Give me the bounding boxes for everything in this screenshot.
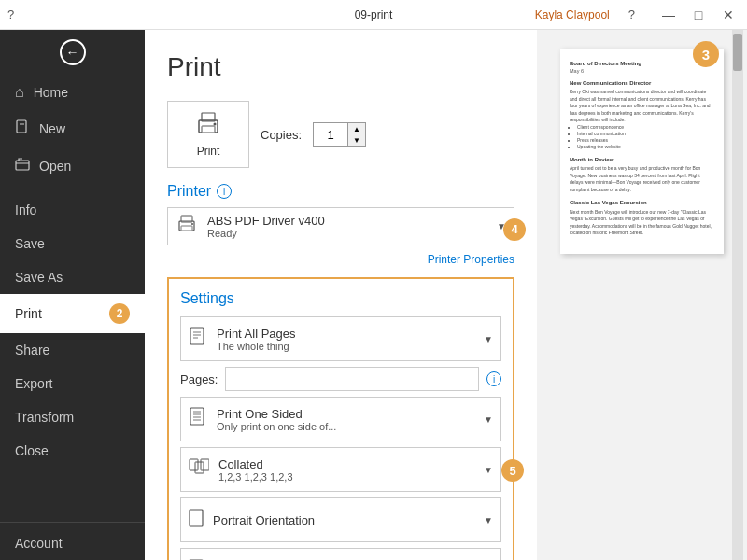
sidebar: ← ⌂ Home New Open Info Save Save As — [0, 30, 145, 560]
sidebar-item-open[interactable]: Open — [0, 147, 145, 185]
sidebar-bottom: Account — [0, 518, 145, 560]
sidebar-item-info-label: Info — [15, 203, 36, 217]
sidebar-item-save-as-label: Save As — [15, 270, 63, 285]
scroll-thumb — [733, 34, 742, 71]
back-button[interactable]: ← — [0, 30, 145, 75]
svg-rect-21 — [195, 462, 204, 473]
printer-properties-link[interactable]: Printer Properties — [167, 253, 514, 266]
printer-status: Ready — [207, 228, 497, 239]
preview-list-item: Client correspondence — [577, 124, 714, 131]
badge-4: 4 — [503, 218, 526, 241]
preview-section-1: New Communications Director Kerry Oki wa… — [570, 79, 714, 150]
print-one-sided-main: Print One Sided — [217, 407, 484, 421]
window-title: 09-print — [355, 8, 393, 21]
portrait-icon — [189, 509, 204, 532]
print-one-sided-text: Print One Sided Only print on one side o… — [217, 407, 484, 432]
preview-section1-title: New Communications Director — [570, 79, 714, 87]
app-body: ← ⌂ Home New Open Info Save Save As — [0, 30, 747, 560]
print-panel: Print Print Copies: — [145, 30, 537, 560]
preview-section1-list: Client correspondence Internal communica… — [577, 124, 714, 150]
settings-title: Settings — [180, 290, 501, 307]
print-all-pages-main: Print All Pages — [217, 327, 484, 341]
preview-section2-text: April turned out to be a very busy and p… — [570, 165, 714, 193]
page-title: Print — [167, 52, 514, 82]
preview-page: Board of Directors Meeting May 6 New Com… — [560, 49, 724, 254]
sidebar-item-close-label: Close — [15, 443, 49, 458]
preview-heading1: Board of Directors Meeting — [570, 60, 714, 67]
collated-dropdown[interactable]: Collated 1,2,3 1,2,3 1,2,3 ▼ — [180, 447, 501, 492]
printer-small-icon — [176, 215, 198, 238]
letter-dropdown[interactable]: Letter 8.5" x 11" ▼ — [180, 548, 501, 560]
user-name: Kayla Claypool — [535, 8, 610, 21]
sidebar-item-export[interactable]: Export — [0, 367, 145, 400]
print-one-sided-dropdown[interactable]: Print One Sided Only print on one side o… — [180, 397, 501, 441]
print-one-sided-icon — [189, 407, 207, 432]
collated-main: Collated — [218, 457, 484, 471]
content-area: Print Print Copies: — [145, 30, 747, 560]
help-button[interactable]: ? — [7, 7, 14, 21]
sidebar-item-share-label: Share — [15, 343, 49, 357]
svg-rect-8 — [181, 226, 192, 231]
copies-label: Copies: — [261, 128, 302, 142]
back-icon: ← — [60, 39, 86, 65]
printer-label-text: Printer — [167, 183, 211, 200]
copies-increment-button[interactable]: ▲ — [348, 123, 365, 134]
svg-rect-23 — [190, 510, 203, 526]
print-all-pages-arrow: ▼ — [484, 334, 493, 344]
sidebar-item-account[interactable]: Account — [0, 526, 145, 560]
print-all-pages-dropdown[interactable]: Print All Pages The whole thing ▼ — [180, 316, 501, 361]
print-button-label: Print — [197, 145, 220, 158]
printer-icon — [193, 111, 223, 141]
sidebar-item-transform-label: Transform — [15, 410, 74, 425]
copies-row: Print Copies: ▲ ▼ — [167, 101, 514, 168]
collated-icon — [189, 457, 209, 483]
restore-button[interactable]: □ — [687, 4, 710, 26]
printer-section-label: Printer i — [167, 183, 514, 200]
printer-dropdown[interactable]: ABS PDF Driver v400 Ready ▼ — [167, 207, 514, 245]
sidebar-item-save[interactable]: Save — [0, 227, 145, 260]
sidebar-item-account-label: Account — [15, 536, 63, 551]
preview-panel: 3 Board of Directors Meeting May 6 New C… — [537, 30, 747, 560]
badge-5: 5 — [501, 459, 524, 482]
pages-input[interactable] — [225, 367, 479, 391]
portrait-dropdown[interactable]: Portrait Orientation ▼ — [180, 497, 501, 542]
portrait-text: Portrait Orientation — [213, 513, 484, 527]
preview-scrollbar[interactable] — [732, 30, 743, 560]
title-bar: ? 09-print Kayla Claypool ? — □ ✕ — [0, 0, 747, 30]
home-icon: ⌂ — [15, 84, 24, 101]
sidebar-item-transform[interactable]: Transform — [0, 400, 145, 434]
portrait-arrow: ▼ — [484, 515, 493, 525]
sidebar-item-export-label: Export — [15, 376, 52, 391]
close-window-button[interactable]: ✕ — [717, 4, 740, 26]
sidebar-item-home[interactable]: ⌂ Home — [0, 75, 145, 110]
preview-section-2: Month in Review April turned out to be a… — [570, 156, 714, 193]
sidebar-item-share[interactable]: Share — [0, 333, 145, 367]
collated-arrow: ▼ — [484, 465, 493, 475]
sidebar-item-close[interactable]: Close — [0, 434, 145, 468]
sidebar-divider-1 — [0, 189, 145, 189]
help-icon[interactable]: ? — [628, 7, 635, 21]
sidebar-item-new-label: New — [39, 121, 65, 136]
sidebar-item-print[interactable]: Print 2 — [0, 294, 145, 333]
printer-info-icon[interactable]: i — [217, 184, 232, 199]
copies-spinners: ▲ ▼ — [347, 123, 365, 146]
preview-list-item: Updating the website — [577, 144, 714, 150]
pages-info-icon[interactable]: i — [486, 371, 501, 386]
pages-row: Pages: i — [180, 367, 501, 391]
sidebar-item-save-as[interactable]: Save As — [0, 260, 145, 294]
print-one-sided-arrow: ▼ — [484, 414, 493, 425]
printer-name: ABS PDF Driver v400 — [207, 214, 497, 228]
printer-info: ABS PDF Driver v400 Ready — [207, 214, 497, 239]
copies-input[interactable] — [314, 123, 347, 146]
minimize-button[interactable]: — — [657, 4, 680, 26]
copies-input-wrap: ▲ ▼ — [313, 122, 366, 147]
copies-decrement-button[interactable]: ▼ — [348, 134, 365, 146]
sidebar-item-info[interactable]: Info — [0, 193, 145, 227]
svg-rect-22 — [201, 459, 209, 470]
open-icon — [15, 157, 30, 175]
sidebar-item-new[interactable]: New — [0, 110, 145, 147]
preview-date: May 6 — [570, 68, 714, 76]
print-button[interactable]: Print — [167, 101, 249, 168]
svg-rect-0 — [17, 120, 26, 133]
preview-section-3: Classic Las Vegas Excursion Next month B… — [570, 199, 714, 236]
